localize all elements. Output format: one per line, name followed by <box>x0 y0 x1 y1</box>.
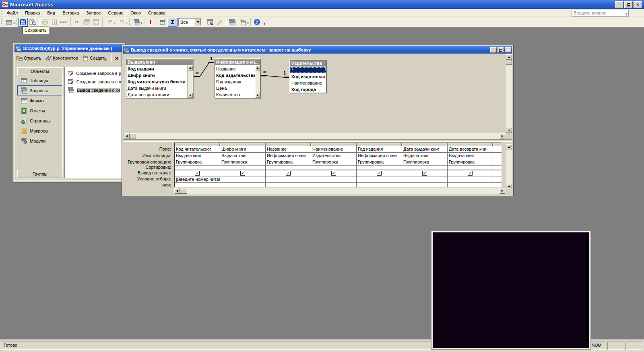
sidebar-item-queries[interactable]: Запросы <box>17 85 62 95</box>
field-list-scrollbar[interactable] <box>188 66 193 98</box>
minimize-button[interactable]: _ <box>490 47 497 53</box>
or-cell[interactable] <box>175 183 220 187</box>
print-preview-button[interactable] <box>50 18 60 27</box>
menu-edit[interactable]: Правка <box>21 9 43 17</box>
menubar-grip[interactable] <box>1 10 2 16</box>
sort-cell[interactable] <box>311 166 356 170</box>
grid-vertical-scrollbar[interactable] <box>506 144 512 189</box>
field-list-informacia-o-knige[interactable]: Информация о кн... Название Код издатель… <box>215 59 260 98</box>
list-item[interactable]: Создание запроса в р <box>65 69 121 77</box>
print-button[interactable] <box>40 18 50 27</box>
column-selector[interactable] <box>220 143 265 146</box>
field-row[interactable]: Код читательского билета <box>126 79 188 85</box>
scroll-left-button[interactable] <box>174 188 180 194</box>
criteria-cell[interactable] <box>266 176 311 183</box>
total-cell[interactable]: Группировка <box>402 159 447 166</box>
show-checkbox[interactable]: ✓ <box>422 171 427 176</box>
or-cell[interactable] <box>493 183 502 187</box>
undo-button[interactable]: ↶ ▾ <box>104 18 116 27</box>
table-cell[interactable]: Издательства <box>311 153 356 159</box>
show-checkbox[interactable]: ✓ <box>195 171 200 176</box>
field-cell[interactable]: Код читательског <box>175 146 220 153</box>
menu-tools[interactable]: Сервис <box>105 9 127 17</box>
scrollbar-thumb[interactable] <box>506 60 512 65</box>
scrollbar-thumb[interactable] <box>180 188 187 194</box>
groups-header-button[interactable]: Группы <box>17 170 62 178</box>
chevron-down-icon[interactable]: ▾ <box>625 12 627 17</box>
menu-file[interactable]: Файл <box>3 9 21 17</box>
spelling-button[interactable]: ABC ✓ <box>60 18 69 27</box>
menu-view[interactable]: Вид <box>43 9 59 17</box>
list-item-selected[interactable]: Вывод сведений о кн <box>65 86 121 94</box>
database-window-button[interactable] <box>227 18 237 27</box>
scroll-right-button[interactable] <box>500 188 505 194</box>
objects-header-button[interactable]: Объекты <box>17 67 62 75</box>
table-cell[interactable]: Выдача книг <box>402 153 447 159</box>
query-window-titlebar[interactable]: Вывод сведений о книгах, взятых определе… <box>123 46 512 54</box>
chevron-down-icon[interactable]: ▾ <box>247 21 249 25</box>
criteria-cell[interactable] <box>402 176 447 183</box>
field-row[interactable]: Дата выдачи книги <box>126 85 188 91</box>
field-row-selected[interactable]: * <box>290 67 326 73</box>
or-cell[interactable] <box>402 183 447 187</box>
sort-cell[interactable] <box>448 166 493 170</box>
view-button[interactable]: ▾ <box>3 18 15 27</box>
new-object-button[interactable]: ▾ <box>237 18 249 27</box>
restore-button[interactable] <box>624 1 633 8</box>
open-button[interactable]: Открыть <box>16 55 41 61</box>
field-list-izdatelstva[interactable]: Издательства * Код издательст Наименован… <box>290 60 326 93</box>
total-cell[interactable] <box>493 159 502 166</box>
sort-cell[interactable] <box>175 166 220 170</box>
show-checkbox[interactable]: ✓ <box>377 171 382 176</box>
sort-cell[interactable] <box>266 166 311 170</box>
paste-button[interactable] <box>91 18 101 27</box>
show-checkbox[interactable]: ✓ <box>286 171 291 176</box>
scroll-left-button[interactable] <box>124 133 130 139</box>
sort-cell[interactable] <box>493 166 502 170</box>
total-cell[interactable]: Группировка <box>448 159 493 166</box>
criteria-cell[interactable] <box>448 176 493 183</box>
scroll-right-button[interactable] <box>500 133 505 139</box>
criteria-cell[interactable] <box>357 176 402 183</box>
scroll-down-button[interactable] <box>188 93 193 98</box>
sort-cell[interactable] <box>357 166 402 170</box>
column-selector[interactable] <box>357 143 402 146</box>
file-search-button[interactable] <box>28 18 37 27</box>
totals-button[interactable]: Σ <box>168 18 178 27</box>
field-row[interactable]: Дата возврата книги <box>126 91 188 98</box>
design-button[interactable]: Конструктор <box>45 55 78 61</box>
query-type-button[interactable]: ▾ <box>131 18 143 27</box>
field-cell[interactable]: Наименование <box>311 146 356 153</box>
or-cell[interactable] <box>311 183 356 187</box>
criteria-cell[interactable] <box>311 176 356 183</box>
save-button[interactable] <box>18 18 28 27</box>
criteria-cell[interactable] <box>493 176 502 183</box>
field-row[interactable]: Цена <box>215 85 255 91</box>
show-checkbox[interactable]: ✓ <box>468 171 473 176</box>
field-cell[interactable]: Шифр книги <box>220 146 265 153</box>
grid-horizontal-scrollbar[interactable] <box>174 188 505 194</box>
table-cell[interactable]: Информация о кни <box>357 153 402 159</box>
field-cell[interactable]: Дата выдачи книг <box>402 146 447 153</box>
chevron-down-icon[interactable]: ▾ <box>126 21 128 25</box>
sidebar-item-reports[interactable]: Отчеты <box>17 106 62 116</box>
cut-button[interactable]: ✂ <box>72 18 82 27</box>
scroll-up-button[interactable] <box>506 54 512 60</box>
menu-help[interactable]: Справка <box>144 9 169 17</box>
chevron-down-icon[interactable]: ▾ <box>114 21 116 25</box>
table-cell[interactable]: Выдача книг <box>220 153 265 159</box>
scroll-up-button[interactable] <box>255 66 260 70</box>
menu-insert[interactable]: Вставка <box>59 9 83 17</box>
redo-button[interactable]: ↷ ▾ <box>116 18 128 27</box>
total-cell[interactable]: Группировка <box>357 159 402 166</box>
diagram-vertical-scrollbar[interactable] <box>506 54 512 133</box>
total-cell[interactable]: Группировка <box>175 159 220 166</box>
column-selector[interactable] <box>175 143 220 146</box>
table-cell[interactable]: Информация о кни <box>266 153 311 159</box>
field-list-scrollbar[interactable] <box>255 66 260 98</box>
diagram-horizontal-scrollbar[interactable] <box>124 133 505 139</box>
total-cell[interactable]: Группировка <box>311 159 356 166</box>
sort-cell[interactable] <box>220 166 265 170</box>
or-cell[interactable] <box>266 183 311 187</box>
scroll-up-button[interactable] <box>188 66 193 70</box>
